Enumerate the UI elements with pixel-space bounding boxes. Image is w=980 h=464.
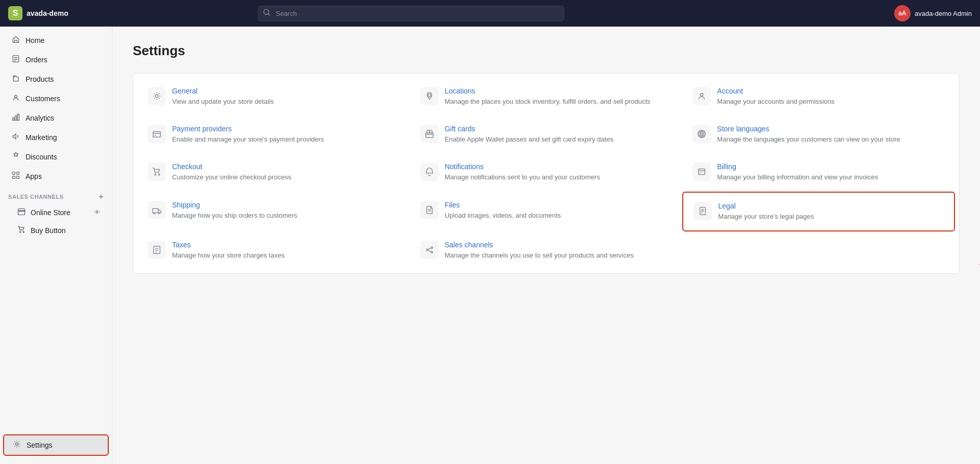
sidebar-label-analytics: Analytics bbox=[26, 114, 54, 122]
avatar[interactable]: aA bbox=[894, 5, 911, 21]
svg-point-17 bbox=[16, 443, 18, 446]
main-inner: Settings General View and update your st… bbox=[133, 43, 960, 274]
settings-item-notifications[interactable]: Notifications Manage notifications sent … bbox=[410, 153, 683, 191]
topbar: S avada-demo aA avada-demo Admin bbox=[0, 0, 980, 27]
locations-title: Locations bbox=[445, 87, 673, 95]
settings-item-general[interactable]: General View and update your store detai… bbox=[137, 78, 410, 115]
store-languages-content: Store languages Manage the languages you… bbox=[717, 125, 945, 144]
sidebar-item-discounts[interactable]: Discounts bbox=[3, 147, 109, 167]
home-icon bbox=[11, 35, 20, 45]
svg-rect-10 bbox=[13, 172, 15, 175]
notifications-icon bbox=[420, 163, 439, 181]
apps-icon bbox=[11, 171, 20, 181]
billing-desc: Manage your billing information and view… bbox=[717, 173, 945, 182]
customers-icon bbox=[11, 94, 20, 104]
billing-title: Billing bbox=[717, 163, 945, 171]
legal-desc: Manage your store's legal pages bbox=[718, 212, 944, 221]
shipping-title: Shipping bbox=[172, 201, 400, 209]
topbar-right: aA avada-demo Admin bbox=[894, 5, 972, 21]
settings-item-account[interactable]: Account Manage your accounts and permiss… bbox=[682, 78, 955, 115]
sidebar-item-analytics[interactable]: Analytics bbox=[3, 108, 109, 128]
shipping-content: Shipping Manage how you ship orders to c… bbox=[172, 201, 400, 220]
svg-rect-8 bbox=[15, 116, 16, 121]
svg-point-35 bbox=[154, 213, 155, 214]
sidebar-item-apps[interactable]: Apps bbox=[3, 167, 109, 186]
settings-item-legal[interactable]: Legal Manage your store's legal pages bbox=[682, 192, 955, 231]
account-title: Account bbox=[717, 87, 945, 95]
sidebar-item-home[interactable]: Home bbox=[3, 31, 109, 50]
settings-item-locations[interactable]: Locations Manage the places you stock in… bbox=[410, 78, 683, 115]
files-content: Files Upload images, videos, and documen… bbox=[445, 201, 673, 220]
checkout-icon bbox=[148, 163, 166, 181]
settings-item-files[interactable]: Files Upload images, videos, and documen… bbox=[410, 192, 683, 231]
svg-rect-7 bbox=[13, 118, 14, 121]
payment-providers-icon bbox=[148, 125, 166, 143]
sidebar-label-settings: Settings bbox=[27, 441, 53, 449]
settings-item-billing[interactable]: Billing Manage your billing information … bbox=[682, 153, 955, 191]
analytics-icon bbox=[11, 113, 20, 123]
search-icon bbox=[263, 9, 270, 18]
locations-icon bbox=[420, 87, 439, 105]
svg-point-18 bbox=[155, 95, 158, 97]
settings-item-checkout[interactable]: Checkout Customize your online checkout … bbox=[137, 153, 410, 191]
svg-point-46 bbox=[426, 249, 428, 251]
sidebar-label-orders: Orders bbox=[26, 56, 47, 64]
shipping-icon bbox=[148, 201, 166, 219]
search-input[interactable] bbox=[258, 6, 564, 21]
legal-content: Legal Manage your store's legal pages bbox=[718, 202, 944, 221]
brand[interactable]: S avada-demo bbox=[8, 6, 90, 20]
checkout-desc: Customize your online checkout process bbox=[172, 173, 400, 182]
settings-card: General View and update your store detai… bbox=[133, 73, 960, 274]
gift-cards-content: Gift cards Enable Apple Wallet passes an… bbox=[445, 125, 673, 144]
products-icon bbox=[11, 74, 20, 84]
sidebar-item-online-store[interactable]: Online Store 👁 bbox=[3, 203, 109, 221]
settings-item-shipping[interactable]: Shipping Manage how you ship orders to c… bbox=[137, 192, 410, 231]
sales-channels-title: SALES CHANNELS bbox=[8, 194, 64, 200]
sidebar-item-orders[interactable]: Orders bbox=[3, 50, 109, 69]
view-online-store-icon[interactable]: 👁 bbox=[94, 208, 101, 216]
taxes-icon bbox=[148, 241, 166, 259]
sidebar-label-buy-button: Buy Button bbox=[31, 226, 66, 235]
add-sales-channel-icon[interactable]: + bbox=[99, 192, 104, 201]
taxes-content: Taxes Manage how your store charges taxe… bbox=[172, 241, 400, 260]
settings-item-payment-providers[interactable]: Payment providers Enable and manage your… bbox=[137, 115, 410, 153]
sidebar: Home Orders Products bbox=[0, 27, 112, 464]
search-container bbox=[258, 6, 564, 21]
store-languages-title: Store languages bbox=[717, 125, 945, 133]
page-title: Settings bbox=[133, 43, 960, 59]
sidebar-item-buy-button[interactable]: Buy Button bbox=[3, 221, 109, 239]
files-title: Files bbox=[445, 201, 673, 209]
gift-cards-desc: Enable Apple Wallet passes and set gift … bbox=[445, 135, 673, 144]
settings-item-taxes[interactable]: Taxes Manage how your store charges taxe… bbox=[137, 231, 410, 269]
general-icon bbox=[148, 87, 166, 105]
sidebar-label-home: Home bbox=[26, 36, 44, 44]
billing-content: Billing Manage your billing information … bbox=[717, 163, 945, 182]
settings-item-store-languages[interactable]: Store languages Manage the languages you… bbox=[682, 115, 955, 153]
notifications-content: Notifications Manage notifications sent … bbox=[445, 163, 673, 182]
settings-item-gift-cards[interactable]: Gift cards Enable Apple Wallet passes an… bbox=[410, 115, 683, 153]
general-title: General bbox=[172, 87, 400, 95]
checkout-title: Checkout bbox=[172, 163, 400, 171]
sidebar-item-products[interactable]: Products bbox=[3, 69, 109, 89]
settings-item-sales-channels[interactable]: Sales channels Manage the channels you u… bbox=[410, 231, 683, 269]
buy-button-icon bbox=[17, 225, 26, 235]
account-icon bbox=[692, 87, 711, 105]
svg-line-1 bbox=[268, 14, 270, 16]
sidebar-label-online-store: Online Store bbox=[31, 208, 70, 217]
layout: Home Orders Products bbox=[0, 27, 980, 464]
svg-point-36 bbox=[158, 213, 160, 214]
account-desc: Manage your accounts and permissions bbox=[717, 97, 945, 106]
sales-channels-desc: Manage the channels you use to sell your… bbox=[445, 251, 673, 260]
shipping-desc: Manage how you ship orders to customers bbox=[172, 211, 400, 220]
svg-point-16 bbox=[23, 231, 24, 233]
svg-rect-13 bbox=[17, 176, 19, 179]
sidebar-item-customers[interactable]: Customers bbox=[3, 89, 109, 108]
sidebar-item-settings[interactable]: Settings bbox=[3, 434, 109, 456]
sidebar-item-marketing[interactable]: Marketing bbox=[3, 128, 109, 147]
gift-cards-title: Gift cards bbox=[445, 125, 673, 133]
svg-rect-12 bbox=[13, 176, 15, 179]
sidebar-label-customers: Customers bbox=[26, 95, 60, 103]
payment-providers-desc: Enable and manage your store's payment p… bbox=[172, 135, 400, 144]
svg-rect-24 bbox=[425, 133, 433, 137]
user-name: avada-demo Admin bbox=[915, 10, 972, 17]
